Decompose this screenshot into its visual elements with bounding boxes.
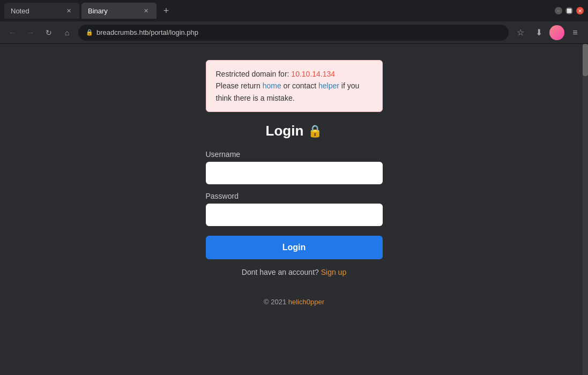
bookmark-button[interactable]: ☆ bbox=[513, 25, 528, 40]
alert-box: Restricted domain for: 10.10.14.134 Plea… bbox=[206, 60, 383, 112]
footer-author-link[interactable]: helich0pper bbox=[288, 298, 324, 306]
forward-button[interactable]: → bbox=[24, 26, 38, 40]
username-group: Username bbox=[206, 150, 383, 184]
pocket-button[interactable]: ⬇ bbox=[531, 25, 546, 40]
restore-button[interactable] bbox=[565, 7, 573, 14]
login-title: Login 🔒 bbox=[266, 123, 323, 139]
address-bar: ← → ↻ ⌂ 🔒 breadcrumbs.htb/portal/login.p… bbox=[0, 21, 588, 44]
browser-chrome: Noted ✕ Binary ✕ + ✕ ← → ↻ ⌂ 🔒 breadcrum… bbox=[0, 0, 588, 44]
tab-noted-label: Noted bbox=[11, 7, 29, 15]
menu-button[interactable]: ≡ bbox=[568, 25, 583, 40]
toolbar-right: ☆ ⬇ ≡ bbox=[513, 25, 583, 40]
alert-helper-link[interactable]: helper bbox=[318, 81, 339, 90]
footer-text: © 2021 bbox=[264, 298, 286, 306]
password-label: Password bbox=[206, 192, 383, 200]
tab-binary-label: Binary bbox=[88, 7, 108, 15]
tab-binary-close[interactable]: ✕ bbox=[142, 6, 150, 15]
url-box[interactable]: 🔒 breadcrumbs.htb/portal/login.php bbox=[78, 25, 509, 41]
close-button[interactable]: ✕ bbox=[576, 7, 584, 14]
footer: © 2021 helich0pper bbox=[264, 298, 324, 306]
alert-middle-before: Please return bbox=[216, 81, 263, 90]
username-label: Username bbox=[206, 150, 383, 159]
signup-link[interactable]: Sign up bbox=[321, 268, 346, 276]
home-button[interactable]: ⌂ bbox=[60, 26, 74, 40]
login-title-text: Login bbox=[266, 123, 304, 139]
reload-button[interactable]: ↻ bbox=[42, 26, 56, 40]
tab-noted[interactable]: Noted ✕ bbox=[4, 3, 79, 19]
scrollbar[interactable] bbox=[583, 44, 588, 375]
password-input[interactable] bbox=[206, 204, 383, 226]
username-input[interactable] bbox=[206, 162, 383, 184]
page-content: Restricted domain for: 10.10.14.134 Plea… bbox=[0, 44, 588, 375]
tab-noted-close[interactable]: ✕ bbox=[64, 6, 73, 15]
password-group: Password bbox=[206, 192, 383, 226]
alert-home-link[interactable]: home bbox=[263, 81, 281, 90]
url-text: breadcrumbs.htb/portal/login.php bbox=[96, 28, 198, 36]
minimize-button[interactable] bbox=[555, 7, 562, 14]
alert-text-before: Restricted domain for: bbox=[216, 70, 292, 78]
lock-icon: 🔒 bbox=[86, 29, 93, 36]
signup-text: Dont have an account? Sign up bbox=[242, 268, 346, 276]
signup-prompt: Dont have an account? bbox=[242, 268, 319, 276]
scrollbar-thumb[interactable] bbox=[583, 44, 588, 76]
login-lock-icon: 🔒 bbox=[308, 124, 322, 138]
alert-ip: 10.10.14.134 bbox=[291, 70, 335, 78]
new-tab-button[interactable]: + bbox=[159, 3, 174, 18]
tab-binary[interactable]: Binary ✕ bbox=[81, 3, 157, 19]
login-button[interactable]: Login bbox=[206, 236, 383, 259]
user-avatar[interactable] bbox=[549, 25, 564, 40]
login-container: Login 🔒 Username Password Login Dont hav… bbox=[206, 123, 383, 317]
tab-bar: Noted ✕ Binary ✕ + ✕ bbox=[0, 0, 588, 21]
window-controls: ✕ bbox=[555, 7, 584, 14]
back-button[interactable]: ← bbox=[5, 26, 19, 40]
alert-middle-after: or contact bbox=[281, 81, 318, 90]
